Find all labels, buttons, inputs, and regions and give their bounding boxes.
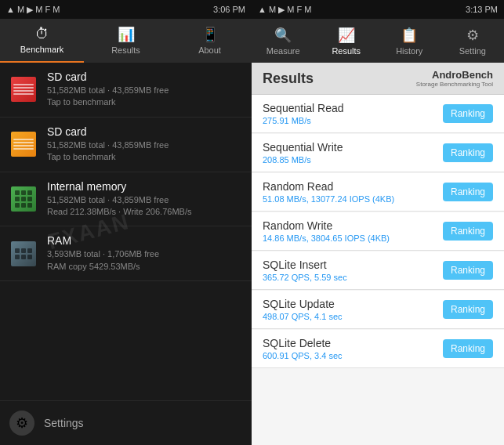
right-tabs: 🔍 Measure 📈 Results 📋 History ⚙ Setting — [252, 19, 504, 63]
result-item-sqlite-update: SQLite Update498.07 QPS, 4.1 secRanking — [252, 291, 504, 329]
ranking-button-seq-write[interactable]: Ranking — [443, 143, 493, 162]
result-info-sqlite-update: SQLite Update498.07 QPS, 4.1 sec — [263, 298, 443, 321]
tab-results-left[interactable]: 📊 Results — [84, 19, 168, 63]
ranking-button-sqlite-update[interactable]: Ranking — [443, 300, 493, 319]
internal-memory-info: Internal memory 51,582MB total · 43,859M… — [47, 180, 242, 219]
ram-info: RAM 3,593MB total · 1,706MB free RAM cop… — [47, 234, 242, 273]
left-tabs: ⏱ Benchmark 📊 Results 📱 About — [0, 19, 252, 63]
result-name-sqlite-update: SQLite Update — [263, 298, 443, 310]
sd-card-red-icon — [9, 75, 38, 103]
tab-results-right[interactable]: 📈 Results — [315, 19, 379, 63]
logo-sub: Storage Benchmarking Tool — [416, 81, 493, 88]
sd-card-1-info: SD card 51,582MB total · 43,859MB free T… — [47, 71, 242, 109]
left-status-bar: ▲ M ▶ M F M 3:06 PM — [0, 0, 252, 19]
list-item[interactable]: Internal memory 51,582MB total · 43,859M… — [0, 172, 252, 227]
tab-benchmark[interactable]: ⏱ Benchmark — [0, 19, 84, 63]
result-info-sqlite-insert: SQLite Insert365.72 QPS, 5.59 sec — [263, 259, 443, 282]
tab-about-label: About — [198, 45, 221, 55]
result-name-seq-read: Sequential Read — [263, 102, 443, 114]
result-info-rand-write: Random Write14.86 MB/s, 3804.65 IOPS (4K… — [263, 219, 443, 243]
ranking-button-seq-read[interactable]: Ranking — [443, 104, 493, 123]
results-title: Results — [263, 71, 314, 87]
benchmark-icon: ⏱ — [35, 26, 49, 42]
results-icon-left: 📊 — [118, 26, 135, 43]
settings-label: Settings — [44, 417, 84, 429]
result-item-seq-write: Sequential Write208.85 MB/sRanking — [252, 134, 504, 172]
result-item-sqlite-insert: SQLite Insert365.72 QPS, 5.59 secRanking — [252, 251, 504, 290]
internal-memory-stats: 51,582MB total · 43,859MB free Read 212.… — [47, 194, 242, 219]
tab-measure-label: Measure — [267, 46, 300, 56]
sd-card-2-stats: 51,582MB total · 43,859MB free Tap to be… — [47, 139, 242, 164]
result-name-rand-read: Random Read — [263, 180, 443, 193]
ranking-button-rand-read[interactable]: Ranking — [443, 183, 493, 201]
sd-card-2-name: SD card — [47, 125, 242, 138]
about-icon: 📱 — [201, 26, 219, 43]
result-value-seq-read: 275.91 MB/s — [263, 116, 443, 125]
ranking-button-sqlite-delete[interactable]: Ranking — [443, 339, 493, 358]
tab-results-left-label: Results — [111, 45, 140, 55]
ram-stats: 3,593MB total · 1,706MB free RAM copy 54… — [47, 248, 242, 273]
list-item[interactable]: SD card 51,582MB total · 43,859MB free T… — [0, 118, 252, 172]
sd-card-yellow-icon — [9, 130, 38, 158]
result-value-sqlite-update: 498.07 QPS, 4.1 sec — [263, 312, 443, 321]
result-info-rand-read: Random Read51.08 MB/s, 13077.24 IOPS (4K… — [263, 180, 443, 204]
setting-icon: ⚙ — [466, 27, 479, 44]
right-status-bar: ▲ M ▶ M F M 3:13 PM — [252, 0, 504, 19]
result-name-seq-write: Sequential Write — [263, 141, 443, 154]
tab-setting[interactable]: ⚙ Setting — [441, 19, 505, 63]
tab-results-right-label: Results — [332, 46, 361, 56]
result-value-sqlite-delete: 600.91 QPS, 3.4 sec — [263, 351, 443, 360]
left-status-icons: ▲ M ▶ M F M — [6, 5, 60, 15]
settings-gear-icon: ⚙ — [9, 411, 34, 436]
result-item-rand-read: Random Read51.08 MB/s, 13077.24 IOPS (4K… — [252, 173, 504, 212]
list-item[interactable]: SD card 51,582MB total · 43,859MB free T… — [0, 63, 252, 118]
device-list: SD card 51,582MB total · 43,859MB free T… — [0, 63, 252, 400]
internal-memory-name: Internal memory — [47, 180, 242, 193]
right-status-icons: ▲ M ▶ M F M — [258, 5, 311, 15]
measure-icon: 🔍 — [274, 27, 292, 44]
settings-item[interactable]: ⚙ Settings — [0, 400, 252, 445]
tab-benchmark-label: Benchmark — [20, 45, 64, 54]
results-header: Results AndroBench Storage Benchmarking … — [252, 63, 504, 95]
result-value-rand-read: 51.08 MB/s, 13077.24 IOPS (4KB) — [263, 194, 443, 204]
result-item-sqlite-delete: SQLite Delete600.91 QPS, 3.4 secRanking — [252, 330, 504, 368]
tab-about[interactable]: 📱 About — [168, 19, 252, 63]
result-info-seq-read: Sequential Read275.91 MB/s — [263, 102, 443, 125]
ranking-button-sqlite-insert[interactable]: Ranking — [443, 261, 493, 280]
result-name-sqlite-delete: SQLite Delete — [263, 337, 443, 349]
result-value-sqlite-insert: 365.72 QPS, 5.59 sec — [263, 273, 443, 282]
list-item[interactable]: RAM 3,593MB total · 1,706MB free RAM cop… — [0, 226, 252, 281]
result-value-rand-write: 14.86 MB/s, 3804.65 IOPS (4KB) — [263, 233, 443, 243]
internal-memory-icon — [9, 185, 38, 213]
right-panel: ▲ M ▶ M F M 3:13 PM 🔍 Measure 📈 Results … — [252, 0, 504, 445]
right-status-time: 3:13 PM — [466, 5, 498, 14]
tab-setting-label: Setting — [459, 46, 486, 56]
result-name-sqlite-insert: SQLite Insert — [263, 259, 443, 271]
results-icon-right: 📈 — [338, 27, 355, 44]
ranking-button-rand-write[interactable]: Ranking — [443, 222, 493, 241]
sd-card-2-info: SD card 51,582MB total · 43,859MB free T… — [47, 125, 242, 164]
androbench-logo: AndroBench Storage Benchmarking Tool — [416, 69, 493, 88]
tab-measure[interactable]: 🔍 Measure — [252, 19, 315, 63]
result-item-rand-write: Random Write14.86 MB/s, 3804.65 IOPS (4K… — [252, 212, 504, 251]
left-status-time: 3:06 PM — [213, 5, 245, 14]
result-info-sqlite-delete: SQLite Delete600.91 QPS, 3.4 sec — [263, 337, 443, 360]
tab-history[interactable]: 📋 History — [378, 19, 441, 63]
result-info-seq-write: Sequential Write208.85 MB/s — [263, 141, 443, 165]
ram-name: RAM — [47, 234, 242, 247]
logo-text: AndroBench — [432, 69, 493, 81]
ram-icon-el — [9, 240, 38, 268]
history-icon: 📋 — [401, 27, 418, 44]
result-name-rand-write: Random Write — [263, 219, 443, 232]
tab-history-label: History — [396, 46, 422, 56]
left-panel: ▲ M ▶ M F M 3:06 PM ⏱ Benchmark 📊 Result… — [0, 0, 252, 445]
sd-card-1-stats: 51,582MB total · 43,859MB free Tap to be… — [47, 85, 242, 109]
sd-card-1-name: SD card — [47, 71, 242, 83]
result-value-seq-write: 208.85 MB/s — [263, 155, 443, 165]
result-item-seq-read: Sequential Read275.91 MB/sRanking — [252, 95, 504, 133]
results-list: Sequential Read275.91 MB/sRankingSequent… — [252, 95, 504, 445]
